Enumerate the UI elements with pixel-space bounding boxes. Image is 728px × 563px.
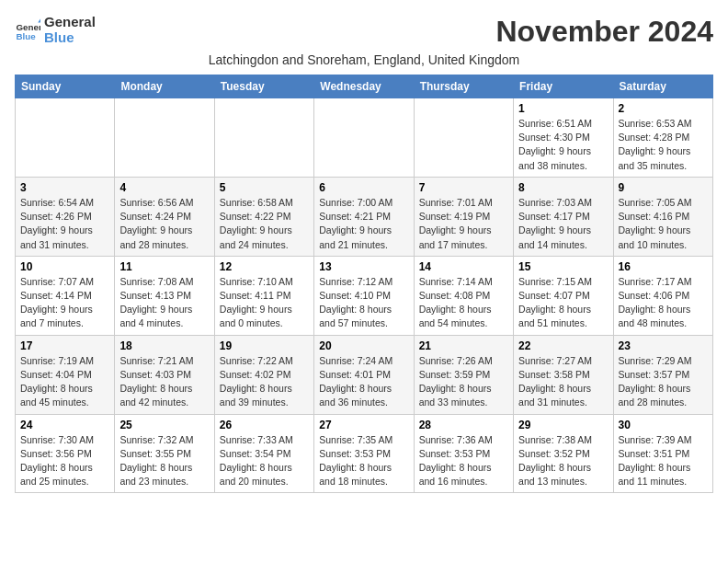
calendar-cell: 26Sunrise: 7:33 AM Sunset: 3:54 PM Dayli… [214, 414, 313, 493]
day-number: 2 [619, 102, 708, 115]
logo-icon: General Blue [15, 17, 40, 43]
day-info: Sunrise: 7:07 AM Sunset: 4:14 PM Dayligh… [20, 275, 109, 331]
calendar-cell [115, 98, 214, 178]
calendar-cell: 24Sunrise: 7:30 AM Sunset: 3:56 PM Dayli… [16, 414, 115, 493]
day-number: 27 [319, 419, 408, 431]
day-number: 21 [419, 339, 508, 352]
day-number: 18 [119, 339, 209, 352]
day-info: Sunrise: 7:38 AM Sunset: 3:52 PM Dayligh… [518, 433, 608, 489]
calendar-cell: 4Sunrise: 6:56 AM Sunset: 4:24 PM Daylig… [115, 177, 214, 256]
day-number: 29 [518, 419, 608, 431]
column-header-tuesday: Tuesday [214, 75, 313, 98]
calendar-cell: 27Sunrise: 7:35 AM Sunset: 3:53 PM Dayli… [314, 414, 414, 493]
calendar-table: SundayMondayTuesdayWednesdayThursdayFrid… [15, 75, 713, 493]
day-info: Sunrise: 7:35 AM Sunset: 3:53 PM Dayligh… [319, 433, 408, 489]
calendar-cell: 19Sunrise: 7:22 AM Sunset: 4:02 PM Dayli… [214, 335, 313, 414]
day-info: Sunrise: 7:00 AM Sunset: 4:21 PM Dayligh… [319, 196, 408, 252]
calendar-cell: 21Sunrise: 7:26 AM Sunset: 3:59 PM Dayli… [414, 335, 513, 414]
day-info: Sunrise: 7:30 AM Sunset: 3:56 PM Dayligh… [20, 433, 109, 489]
day-number: 19 [220, 339, 309, 352]
day-info: Sunrise: 6:54 AM Sunset: 4:26 PM Dayligh… [20, 196, 109, 252]
day-number: 4 [119, 181, 209, 194]
day-number: 25 [119, 419, 209, 431]
logo-blue-text: Blue [44, 30, 96, 46]
calendar-cell: 17Sunrise: 7:19 AM Sunset: 4:04 PM Dayli… [16, 335, 115, 414]
day-info: Sunrise: 6:51 AM Sunset: 4:30 PM Dayligh… [518, 117, 608, 173]
calendar-cell: 18Sunrise: 7:21 AM Sunset: 4:03 PM Dayli… [115, 335, 214, 414]
day-info: Sunrise: 7:29 AM Sunset: 3:57 PM Dayligh… [619, 354, 708, 410]
day-number: 3 [20, 181, 109, 194]
day-info: Sunrise: 7:08 AM Sunset: 4:13 PM Dayligh… [119, 275, 209, 331]
column-header-sunday: Sunday [16, 75, 115, 98]
day-number: 13 [319, 260, 408, 273]
calendar-cell: 25Sunrise: 7:32 AM Sunset: 3:55 PM Dayli… [115, 414, 214, 493]
day-info: Sunrise: 7:05 AM Sunset: 4:16 PM Dayligh… [619, 196, 708, 252]
month-title: November 2024 [495, 15, 713, 49]
day-info: Sunrise: 7:32 AM Sunset: 3:55 PM Dayligh… [119, 433, 209, 489]
day-info: Sunrise: 6:53 AM Sunset: 4:28 PM Dayligh… [619, 117, 708, 173]
calendar-week-row: 17Sunrise: 7:19 AM Sunset: 4:04 PM Dayli… [16, 335, 713, 414]
day-number: 22 [518, 339, 608, 352]
day-info: Sunrise: 7:10 AM Sunset: 4:11 PM Dayligh… [220, 275, 309, 331]
day-number: 12 [220, 260, 309, 273]
day-info: Sunrise: 7:12 AM Sunset: 4:10 PM Dayligh… [319, 275, 408, 331]
calendar-cell: 22Sunrise: 7:27 AM Sunset: 3:58 PM Dayli… [514, 335, 613, 414]
calendar-header-row: SundayMondayTuesdayWednesdayThursdayFrid… [16, 75, 713, 98]
day-info: Sunrise: 7:27 AM Sunset: 3:58 PM Dayligh… [518, 354, 608, 410]
day-info: Sunrise: 7:36 AM Sunset: 3:53 PM Dayligh… [419, 433, 508, 489]
logo: General Blue General Blue [15, 15, 96, 45]
calendar-cell [214, 98, 313, 178]
day-number: 16 [619, 260, 708, 273]
subtitle: Latchingdon and Snoreham, England, Unite… [15, 52, 713, 67]
day-number: 6 [319, 181, 408, 194]
calendar-cell: 16Sunrise: 7:17 AM Sunset: 4:06 PM Dayli… [613, 256, 712, 335]
day-info: Sunrise: 7:01 AM Sunset: 4:19 PM Dayligh… [419, 196, 508, 252]
day-number: 8 [518, 181, 608, 194]
calendar-cell: 23Sunrise: 7:29 AM Sunset: 3:57 PM Dayli… [613, 335, 712, 414]
calendar-cell: 28Sunrise: 7:36 AM Sunset: 3:53 PM Dayli… [414, 414, 513, 493]
day-info: Sunrise: 7:24 AM Sunset: 4:01 PM Dayligh… [319, 354, 408, 410]
day-info: Sunrise: 7:39 AM Sunset: 3:51 PM Dayligh… [619, 433, 708, 489]
column-header-saturday: Saturday [613, 75, 712, 98]
day-info: Sunrise: 6:56 AM Sunset: 4:24 PM Dayligh… [119, 196, 209, 252]
calendar-cell: 29Sunrise: 7:38 AM Sunset: 3:52 PM Dayli… [514, 414, 613, 493]
day-number: 1 [518, 102, 608, 115]
column-header-monday: Monday [115, 75, 214, 98]
calendar-week-row: 24Sunrise: 7:30 AM Sunset: 3:56 PM Dayli… [16, 414, 713, 493]
calendar-cell: 11Sunrise: 7:08 AM Sunset: 4:13 PM Dayli… [115, 256, 214, 335]
calendar-week-row: 10Sunrise: 7:07 AM Sunset: 4:14 PM Dayli… [16, 256, 713, 335]
day-number: 7 [419, 181, 508, 194]
day-number: 11 [119, 260, 209, 273]
calendar-cell: 7Sunrise: 7:01 AM Sunset: 4:19 PM Daylig… [414, 177, 513, 256]
day-info: Sunrise: 6:58 AM Sunset: 4:22 PM Dayligh… [220, 196, 309, 252]
day-number: 9 [619, 181, 708, 194]
calendar-cell: 5Sunrise: 6:58 AM Sunset: 4:22 PM Daylig… [214, 177, 313, 256]
day-number: 23 [619, 339, 708, 352]
calendar-cell: 1Sunrise: 6:51 AM Sunset: 4:30 PM Daylig… [514, 98, 613, 178]
calendar-cell: 6Sunrise: 7:00 AM Sunset: 4:21 PM Daylig… [314, 177, 414, 256]
day-info: Sunrise: 7:22 AM Sunset: 4:02 PM Dayligh… [220, 354, 309, 410]
day-info: Sunrise: 7:26 AM Sunset: 3:59 PM Dayligh… [419, 354, 508, 410]
calendar-week-row: 3Sunrise: 6:54 AM Sunset: 4:26 PM Daylig… [16, 177, 713, 256]
day-info: Sunrise: 7:21 AM Sunset: 4:03 PM Dayligh… [119, 354, 209, 410]
calendar-week-row: 1Sunrise: 6:51 AM Sunset: 4:30 PM Daylig… [16, 98, 713, 178]
calendar-cell: 3Sunrise: 6:54 AM Sunset: 4:26 PM Daylig… [16, 177, 115, 256]
day-number: 20 [319, 339, 408, 352]
day-info: Sunrise: 7:19 AM Sunset: 4:04 PM Dayligh… [20, 354, 109, 410]
day-number: 26 [220, 419, 309, 431]
day-number: 14 [419, 260, 508, 273]
day-info: Sunrise: 7:03 AM Sunset: 4:17 PM Dayligh… [518, 196, 608, 252]
column-header-friday: Friday [514, 75, 613, 98]
calendar-cell: 12Sunrise: 7:10 AM Sunset: 4:11 PM Dayli… [214, 256, 313, 335]
day-info: Sunrise: 7:17 AM Sunset: 4:06 PM Dayligh… [619, 275, 708, 331]
calendar-cell: 8Sunrise: 7:03 AM Sunset: 4:17 PM Daylig… [514, 177, 613, 256]
day-number: 15 [518, 260, 608, 273]
calendar-cell: 15Sunrise: 7:15 AM Sunset: 4:07 PM Dayli… [514, 256, 613, 335]
svg-text:Blue: Blue [16, 30, 36, 40]
calendar-cell [16, 98, 115, 178]
day-number: 24 [20, 419, 109, 431]
logo-general-text: General [44, 15, 96, 30]
calendar-cell: 14Sunrise: 7:14 AM Sunset: 4:08 PM Dayli… [414, 256, 513, 335]
day-info: Sunrise: 7:15 AM Sunset: 4:07 PM Dayligh… [518, 275, 608, 331]
calendar-cell: 20Sunrise: 7:24 AM Sunset: 4:01 PM Dayli… [314, 335, 414, 414]
